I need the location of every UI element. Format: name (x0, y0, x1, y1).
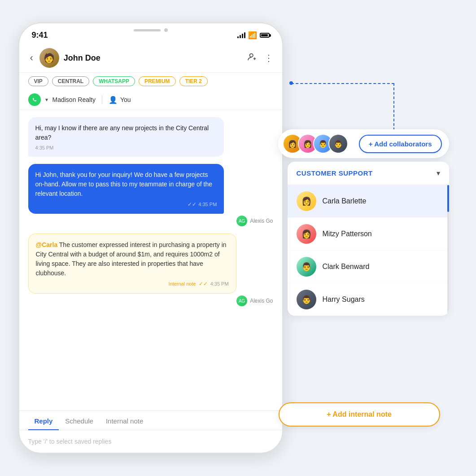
back-button[interactable]: ‹ (28, 50, 35, 66)
sub-header: ▾ Madison Realty 👤 You (19, 90, 282, 110)
message-sent-container: Hi John, thank you for your inquiry! We … (28, 164, 273, 226)
sender-name: Alexis Go (250, 218, 273, 224)
notch-dot (164, 28, 168, 32)
note-footer: Internal note ✓✓ 4:35 PM (36, 281, 229, 287)
cs-panel-header: CUSTOMER SUPPORT ▾ (288, 162, 449, 185)
chat-messages: Hi, may I know if there are any new proj… (19, 110, 282, 410)
cs-agent-item-harry[interactable]: 👨 Harry Sugars (288, 283, 449, 316)
phone-mockup: 9:41 📶 (18, 22, 283, 454)
phone-inner: 9:41 📶 (19, 23, 282, 453)
cs-agent-item-carla[interactable]: 👩 Carla Barlette (288, 185, 449, 218)
phone-notch (124, 23, 178, 37)
person-icon: 👤 (109, 96, 118, 104)
assignee-row: 👤 You (109, 96, 131, 104)
wifi-icon: 📶 (248, 31, 257, 40)
mention: @Carla (36, 241, 58, 248)
customer-support-panel: CUSTOMER SUPPORT ▾ 👩 Carla Barlette 👩 Mi… (288, 162, 449, 316)
note-text: @Carla The customer expressed interest i… (36, 240, 229, 278)
cs-scrollbar (447, 185, 449, 316)
sender-avatar: AG (236, 216, 247, 226)
note-container: @Carla The customer expressed interest i… (28, 234, 273, 306)
message-received: Hi, may I know if there are any new proj… (28, 117, 224, 157)
delivered-icon: ✓✓ (188, 201, 197, 207)
connector-v-line (393, 83, 394, 135)
agent-avatar-carla: 👩 (297, 191, 316, 211)
svg-point-0 (249, 53, 253, 57)
agent-avatar-clark: 👨 (297, 257, 316, 277)
contact-avatar: 🧑 (39, 48, 59, 68)
reply-bar: Reply Schedule Internal note Type '/' to… (19, 410, 282, 453)
more-options-button[interactable]: ⋮ (264, 53, 273, 63)
tag-whatsapp: WHATSAPP (93, 76, 135, 86)
sender-row: AG Alexis Go (28, 216, 273, 226)
message-text: Hi, may I know if there are any new proj… (35, 123, 217, 142)
add-internal-note-button[interactable]: + Add internal note (279, 402, 440, 427)
message-time: ✓✓ 4:35 PM (35, 201, 217, 207)
agent-avatar-harry: 👨 (297, 290, 316, 309)
connector-h-line (291, 83, 394, 84)
message-time: 4:35 PM (35, 145, 217, 150)
note-label: Internal note (168, 281, 196, 286)
collaborators-avatars: 👩 👩 👨 👨 (283, 134, 348, 154)
cs-list-container: 👩 Carla Barlette 👩 Mitzy Patterson 👨 Cla… (288, 185, 449, 316)
inbox-chevron[interactable]: ▾ (45, 97, 48, 103)
inbox-name: Madison Realty (52, 96, 96, 103)
status-time: 9:41 (32, 31, 48, 40)
agent-name-harry: Harry Sugars (323, 295, 365, 304)
agent-name-clark: Clark Benward (323, 263, 370, 271)
notch-bar (134, 29, 161, 31)
reply-input-area[interactable]: Type '/' to select saved replies (19, 430, 282, 453)
note-sender-name: Alexis Go (250, 298, 273, 304)
cs-chevron-icon[interactable]: ▾ (437, 169, 440, 177)
cs-agent-item-clark[interactable]: 👨 Clark Benward (288, 251, 449, 283)
cs-agent-list: 👩 Carla Barlette 👩 Mitzy Patterson 👨 Cla… (288, 185, 449, 316)
message-sent: Hi John, thank you for your inquiry! We … (28, 164, 224, 214)
reply-placeholder: Type '/' to select saved replies (28, 438, 112, 445)
reply-tabs: Reply Schedule Internal note (19, 411, 282, 430)
agent-name-carla: Carla Barlette (323, 197, 367, 205)
contact-name: John Doe (64, 53, 243, 63)
agent-avatar-mitzy: 👩 (297, 224, 316, 244)
add-collaborators-button[interactable]: + Add collaborators (359, 135, 442, 153)
tab-internal-note[interactable]: Internal note (100, 411, 149, 430)
note-sender-row: AG Alexis Go (28, 295, 273, 306)
chat-header: ‹ 🧑 John Doe ⋮ (19, 44, 282, 73)
tab-schedule[interactable]: Schedule (59, 411, 100, 430)
note-time: 4:35 PM (210, 281, 229, 286)
tag-premium: PREMIUM (139, 76, 176, 86)
connector-dot-start (289, 81, 293, 85)
message-note: @Carla The customer expressed interest i… (28, 234, 236, 294)
cs-agent-item-mitzy[interactable]: 👩 Mitzy Patterson (288, 218, 449, 251)
signal-icon (237, 32, 245, 38)
collaborators-section: 👩 👩 👨 👨 + Add collaborators (278, 129, 449, 158)
collaborator-avatar-4: 👨 (328, 134, 348, 154)
assignee-name: You (120, 96, 131, 103)
battery-icon (260, 33, 270, 38)
status-icons: 📶 (237, 31, 270, 40)
app-container: 9:41 📶 (18, 13, 458, 463)
cs-scrollbar-thumb (447, 185, 449, 212)
avatar-face: 🧑 (39, 48, 59, 68)
tag-tier2: TIER 2 (179, 76, 208, 86)
tag-vip: VIP (28, 76, 48, 86)
agent-name-mitzy: Mitzy Patterson (323, 230, 372, 238)
tab-reply[interactable]: Reply (28, 411, 59, 430)
header-actions: ⋮ (247, 52, 273, 64)
tag-central: CENTRAL (52, 76, 89, 86)
add-user-button[interactable] (247, 52, 257, 64)
cs-panel-title: CUSTOMER SUPPORT (297, 169, 373, 177)
check-icon: ✓✓ (199, 281, 208, 287)
message-text: Hi John, thank you for your inquiry! We … (35, 170, 217, 198)
divider (102, 95, 102, 104)
note-sender-avatar: AG (236, 295, 247, 306)
whatsapp-icon (28, 93, 41, 106)
tags-row: VIP CENTRAL WHATSAPP PREMIUM TIER 2 (19, 73, 282, 90)
